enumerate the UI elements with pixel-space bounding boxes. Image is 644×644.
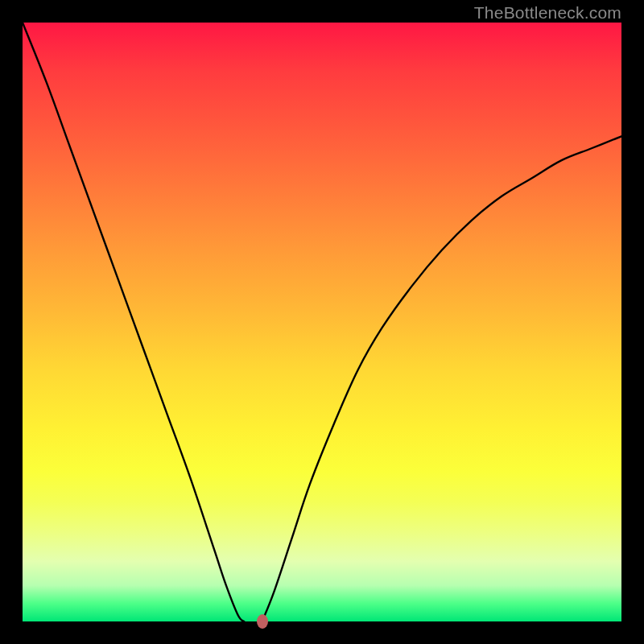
bottleneck-curve (23, 23, 621, 621)
plot-area (23, 23, 621, 621)
watermark-text: TheBottleneck.com (474, 3, 621, 23)
optimum-marker (257, 614, 268, 629)
chart-frame: TheBottleneck.com (0, 0, 644, 644)
